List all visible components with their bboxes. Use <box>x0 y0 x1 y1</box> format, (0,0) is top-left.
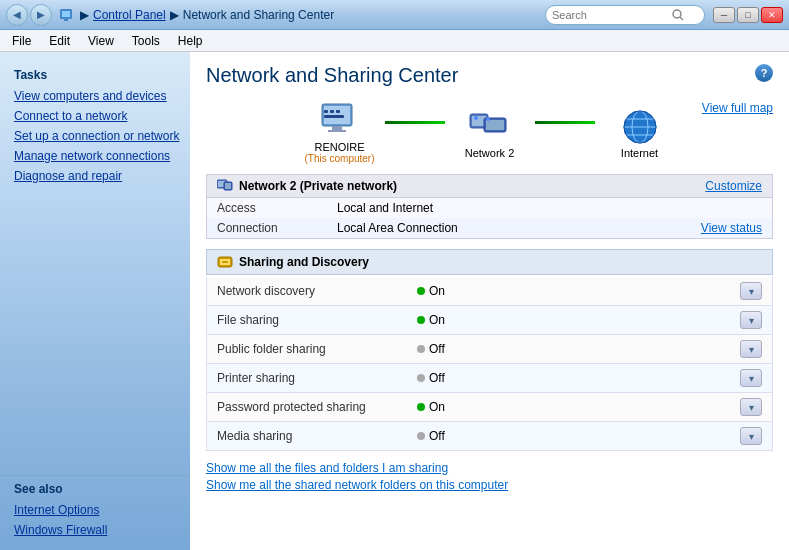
map-line-2 <box>535 121 595 124</box>
svg-point-3 <box>673 10 681 18</box>
map-line-1 <box>385 121 445 124</box>
sharing-row-network-discovery: Network discovery On ▾ <box>206 277 773 306</box>
svg-point-18 <box>486 117 490 121</box>
access-row: Access Local and Internet <box>207 198 772 218</box>
map-item-internet: Internet <box>595 107 685 159</box>
sidebar-tasks-title: Tasks <box>0 62 190 86</box>
media-sharing-label: Media sharing <box>217 429 417 443</box>
maximize-button[interactable]: □ <box>737 7 759 23</box>
svg-rect-1 <box>62 11 70 17</box>
sharing-header: Sharing and Discovery <box>206 249 773 275</box>
content-area: Network and Sharing Center ? View full m… <box>190 52 789 550</box>
sharing-title: Sharing and Discovery <box>239 255 369 269</box>
customize-link[interactable]: Customize <box>705 179 762 193</box>
nav-buttons: ◀ ▶ <box>6 4 52 26</box>
sidebar-item-windows-firewall[interactable]: Windows Firewall <box>0 520 190 540</box>
menu-edit[interactable]: Edit <box>43 32 76 50</box>
sharing-section-icon <box>217 254 233 270</box>
menu-file[interactable]: File <box>6 32 37 50</box>
network-discovery-value: On <box>429 284 445 298</box>
view-status-link[interactable]: View status <box>701 221 762 235</box>
internet-icon <box>616 107 664 147</box>
password-sharing-value: On <box>429 400 445 414</box>
map-network-label: Network 2 <box>465 147 515 159</box>
svg-rect-10 <box>330 110 334 113</box>
page-title: Network and Sharing Center <box>206 64 773 87</box>
back-button[interactable]: ◀ <box>6 4 28 26</box>
svg-point-17 <box>474 116 478 120</box>
password-sharing-label: Password protected sharing <box>217 400 417 414</box>
password-sharing-expand[interactable]: ▾ <box>740 398 762 416</box>
media-sharing-value: Off <box>429 429 445 443</box>
breadcrumb: ▶ Control Panel ▶ Network and Sharing Ce… <box>80 8 334 22</box>
menu-view[interactable]: View <box>82 32 120 50</box>
network-discovery-dot <box>417 287 425 295</box>
password-sharing-status: On <box>417 400 740 414</box>
breadcrumb-separator2: ▶ <box>170 8 179 22</box>
sidebar-item-connect[interactable]: Connect to a network <box>0 106 190 126</box>
sharing-row-public-folder: Public folder sharing Off ▾ <box>206 335 773 364</box>
public-folder-label: Public folder sharing <box>217 342 417 356</box>
map-computer-label: RENOIRE <box>314 141 364 153</box>
connection-row: Connection Local Area Connection View st… <box>207 218 772 238</box>
window-controls: ─ □ ✕ <box>713 7 783 23</box>
sharing-row-file-sharing: File sharing On ▾ <box>206 306 773 335</box>
sidebar-item-internet-options[interactable]: Internet Options <box>0 500 190 520</box>
file-sharing-dot <box>417 316 425 324</box>
show-files-link[interactable]: Show me all the files and folders I am s… <box>206 461 773 475</box>
svg-rect-16 <box>486 120 504 130</box>
help-button[interactable]: ? <box>755 64 773 82</box>
sharing-row-printer-sharing: Printer sharing Off ▾ <box>206 364 773 393</box>
sidebar-item-setup[interactable]: Set up a connection or network <box>0 126 190 146</box>
menu-help[interactable]: Help <box>172 32 209 50</box>
file-sharing-expand[interactable]: ▾ <box>740 311 762 329</box>
sidebar: Tasks View computers and devices Connect… <box>0 52 190 550</box>
search-box[interactable] <box>545 5 705 25</box>
sidebar-item-view-computers[interactable]: View computers and devices <box>0 86 190 106</box>
svg-rect-9 <box>324 110 328 113</box>
forward-button[interactable]: ▶ <box>30 4 52 26</box>
search-input[interactable] <box>552 9 672 21</box>
breadcrumb-control-panel[interactable]: Control Panel <box>93 8 166 22</box>
svg-line-4 <box>680 17 683 20</box>
media-sharing-status: Off <box>417 429 740 443</box>
printer-sharing-dot <box>417 374 425 382</box>
svg-rect-28 <box>225 183 231 189</box>
search-icon <box>672 9 684 21</box>
svg-rect-12 <box>324 115 344 118</box>
sharing-row-password-sharing: Password protected sharing On ▾ <box>206 393 773 422</box>
breadcrumb-separator: ▶ <box>80 8 89 22</box>
breadcrumb-current: Network and Sharing Center <box>183 8 334 22</box>
show-folders-link[interactable]: Show me all the shared network folders o… <box>206 478 773 492</box>
network-box-icon <box>217 179 233 193</box>
content-wrapper: Network and Sharing Center ? View full m… <box>206 64 773 492</box>
svg-rect-7 <box>332 126 342 130</box>
menu-tools[interactable]: Tools <box>126 32 166 50</box>
public-folder-expand[interactable]: ▾ <box>740 340 762 358</box>
map-item-network: Network 2 <box>445 107 535 159</box>
printer-sharing-expand[interactable]: ▾ <box>740 369 762 387</box>
bottom-links: Show me all the files and folders I am s… <box>206 461 773 492</box>
map-internet-label: Internet <box>621 147 658 159</box>
connection-value: Local Area Connection <box>337 221 701 235</box>
sidebar-see-also-title: See also <box>0 475 190 500</box>
public-folder-value: Off <box>429 342 445 356</box>
svg-rect-2 <box>64 19 68 21</box>
title-bar: ◀ ▶ ▶ Control Panel ▶ Network and Sharin… <box>0 0 789 30</box>
sidebar-item-diagnose[interactable]: Diagnose and repair <box>0 166 190 186</box>
network-box-name: Network 2 (Private network) <box>239 179 397 193</box>
computer-icon <box>316 101 364 141</box>
media-sharing-expand[interactable]: ▾ <box>740 427 762 445</box>
minimize-button[interactable]: ─ <box>713 7 735 23</box>
access-label: Access <box>217 201 337 215</box>
close-button[interactable]: ✕ <box>761 7 783 23</box>
network-discovery-expand[interactable]: ▾ <box>740 282 762 300</box>
svg-rect-11 <box>336 110 340 113</box>
sidebar-item-manage[interactable]: Manage network connections <box>0 146 190 166</box>
network-icon <box>466 107 514 147</box>
view-full-map-link[interactable]: View full map <box>702 101 773 115</box>
printer-sharing-label: Printer sharing <box>217 371 417 385</box>
network-map: View full map <box>206 101 773 164</box>
password-sharing-dot <box>417 403 425 411</box>
network-info-box: Network 2 (Private network) Customize Ac… <box>206 174 773 239</box>
